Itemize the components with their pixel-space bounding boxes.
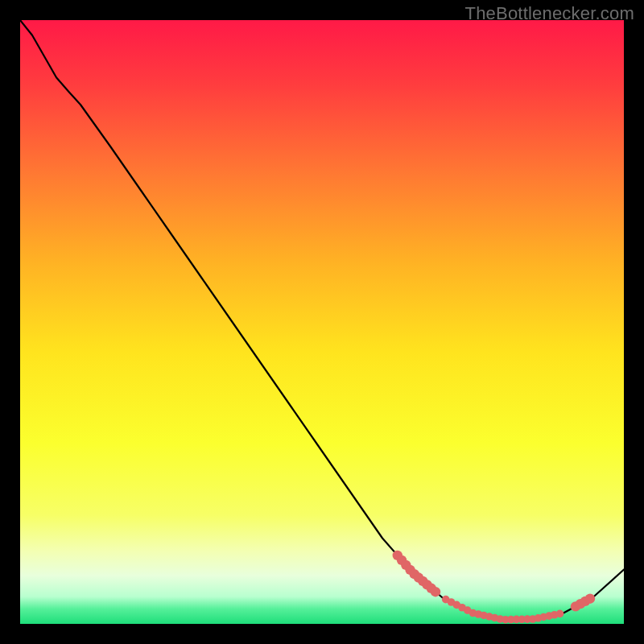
watermark-text: TheBottlenecker.com	[465, 3, 634, 24]
chart-background	[20, 20, 624, 624]
highlight-dot	[431, 587, 440, 597]
bottleneck-chart	[20, 20, 624, 624]
chart-frame: TheBottlenecker.com	[0, 0, 644, 644]
highlight-dot	[585, 593, 595, 603]
highlight-dot	[556, 610, 564, 618]
